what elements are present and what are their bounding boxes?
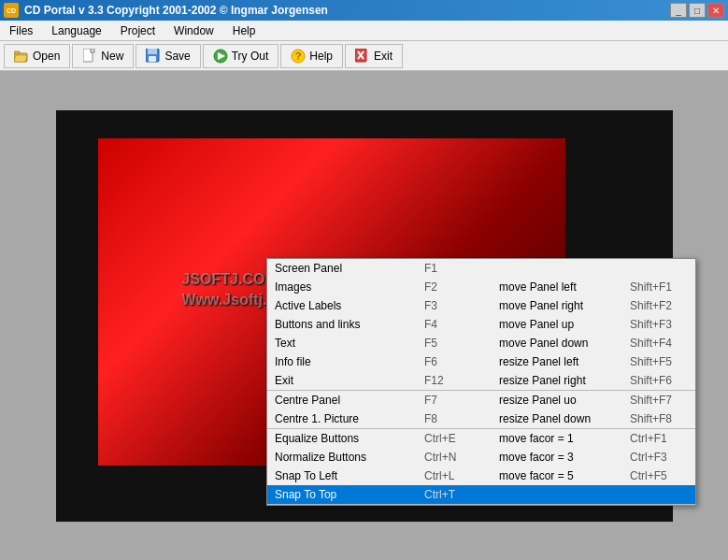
- cm-centre-panel-label: Centre Panel: [275, 394, 424, 407]
- cm-snap-to-left[interactable]: Snap To Left Ctrl+L move facor = 5 Ctrl+…: [267, 467, 695, 485]
- minimize-button[interactable]: _: [670, 3, 687, 18]
- tryout-icon: [213, 49, 228, 64]
- cm-images-right: move Panel left: [499, 280, 630, 294]
- cm-equalize-buttons-shortcut: Ctrl+E: [424, 432, 499, 445]
- cm-equalize-buttons-label: Equalize Buttons: [275, 432, 424, 445]
- cm-snap-to-left-shortcut: Ctrl+L: [424, 469, 499, 482]
- cm-centre-panel-right: resize Panel uo: [499, 394, 630, 407]
- cm-images-right-sc: Shift+F1: [630, 280, 695, 294]
- cm-exit-right: resize Panel right: [499, 374, 630, 387]
- cm-centre-picture-right: resize Panel down: [499, 412, 630, 425]
- exit-label: Exit: [374, 50, 393, 63]
- cm-buttons-links-right-sc: Shift+F3: [630, 318, 695, 331]
- open-label: Open: [33, 50, 60, 63]
- tryout-label: Try Out: [232, 50, 269, 63]
- cm-snap-to-top-shortcut: Ctrl+T: [424, 488, 499, 501]
- tryout-button[interactable]: Try Out: [203, 44, 279, 68]
- cm-screen-panel-shortcut: F1: [424, 262, 499, 275]
- cm-normalize-buttons-right-sc: Ctrl+F3: [630, 451, 695, 464]
- svg-rect-9: [148, 49, 157, 54]
- cm-centre-picture[interactable]: Centre 1. Picture F8 resize Panel down S…: [267, 409, 695, 428]
- cm-buttons-links[interactable]: Buttons and links F4 move Panel up Shift…: [267, 315, 695, 334]
- new-button[interactable]: New: [72, 44, 134, 68]
- cm-text[interactable]: Text F5 move Panel down Shift+F4: [267, 334, 695, 352]
- window-controls[interactable]: _ □ ✕: [670, 3, 724, 18]
- context-menu-section-3: Equalize Buttons Ctrl+E move facor = 1 C…: [267, 429, 695, 505]
- menu-help[interactable]: Help: [223, 21, 265, 40]
- cm-snap-to-top-label: Snap To Top: [275, 488, 424, 501]
- cm-exit-shortcut: F12: [424, 374, 499, 387]
- save-label: Save: [164, 50, 190, 63]
- open-button[interactable]: Open: [4, 44, 70, 68]
- cm-exit[interactable]: Exit F12 resize Panel right Shift+F6: [267, 371, 695, 390]
- toolbar: Open New Save Try Out: [0, 41, 728, 71]
- cm-buttons-links-label: Buttons and links: [275, 318, 424, 331]
- cm-info-file-right: resize Panel left: [499, 355, 630, 368]
- svg-text:CD: CD: [7, 7, 16, 14]
- cm-info-file-shortcut: F6: [424, 355, 499, 368]
- save-icon: [146, 49, 161, 64]
- cm-images[interactable]: Images F2 move Panel left Shift+F1: [267, 278, 695, 296]
- cm-centre-panel-right-sc: Shift+F7: [630, 394, 695, 407]
- cm-images-shortcut: F2: [424, 280, 499, 294]
- svg-marker-4: [14, 55, 27, 62]
- context-menu-section-2: Centre Panel F7 resize Panel uo Shift+F7…: [267, 391, 695, 429]
- cm-normalize-buttons[interactable]: Normalize Buttons Ctrl+N move facor = 3 …: [267, 448, 695, 467]
- cm-centre-picture-label: Centre 1. Picture: [275, 412, 424, 425]
- cm-snap-to-left-right: move facor = 5: [499, 469, 630, 482]
- cm-centre-panel[interactable]: Centre Panel F7 resize Panel uo Shift+F7: [267, 391, 695, 409]
- cm-equalize-buttons-right-sc: Ctrl+F1: [630, 432, 695, 445]
- cm-centre-picture-right-sc: Shift+F8: [630, 412, 695, 425]
- context-menu: Screen Panel F1 Images F2 move Panel lef…: [266, 258, 696, 506]
- title-bar-left: CD CD Portal v 3.3 Copyright 2001-2002 ©…: [4, 3, 328, 18]
- help-button[interactable]: ? Help: [280, 44, 343, 68]
- cm-text-shortcut: F5: [424, 337, 499, 350]
- cm-text-right-sc: Shift+F4: [630, 337, 695, 350]
- close-button[interactable]: ✕: [707, 3, 724, 18]
- menu-project[interactable]: Project: [111, 21, 164, 40]
- svg-text:?: ?: [295, 50, 302, 62]
- cm-normalize-buttons-shortcut: Ctrl+N: [424, 451, 499, 464]
- maximize-button[interactable]: □: [689, 3, 706, 18]
- cm-info-file-right-sc: Shift+F5: [630, 355, 695, 368]
- window-title: CD Portal v 3.3 Copyright 2001-2002 © In…: [24, 4, 328, 17]
- new-label: New: [101, 50, 123, 63]
- cm-exit-right-sc: Shift+F6: [630, 374, 695, 387]
- cm-info-file[interactable]: Info file F6 resize Panel left Shift+F5: [267, 352, 695, 371]
- svg-rect-7: [91, 49, 94, 52]
- menu-files[interactable]: Files: [0, 21, 42, 40]
- help-label: Help: [309, 50, 333, 63]
- cm-active-labels-right-sc: Shift+F2: [630, 299, 695, 312]
- menu-bar: Files Language Project Window Help: [0, 21, 728, 41]
- cm-active-labels-shortcut: F3: [424, 299, 499, 312]
- exit-icon: [355, 49, 370, 64]
- cm-text-label: Text: [275, 337, 424, 350]
- cm-centre-panel-shortcut: F7: [424, 394, 499, 407]
- exit-button[interactable]: Exit: [345, 44, 403, 68]
- cm-normalize-buttons-right: move facor = 3: [499, 451, 630, 464]
- context-menu-section-1: Screen Panel F1 Images F2 move Panel lef…: [267, 259, 695, 391]
- cm-screen-panel-label: Screen Panel: [275, 262, 424, 275]
- svg-rect-3: [14, 51, 20, 54]
- menu-window[interactable]: Window: [164, 21, 223, 40]
- cm-active-labels-label: Active Labels: [275, 299, 424, 312]
- cm-snap-to-left-label: Snap To Left: [275, 469, 424, 482]
- cm-text-right: move Panel down: [499, 337, 630, 350]
- cm-equalize-buttons[interactable]: Equalize Buttons Ctrl+E move facor = 1 C…: [267, 429, 695, 448]
- cm-exit-label: Exit: [275, 374, 424, 387]
- cm-active-labels-right: move Panel right: [499, 299, 630, 312]
- help-icon: ?: [291, 49, 306, 64]
- open-icon: [14, 49, 29, 64]
- cm-snap-to-left-right-sc: Ctrl+F5: [630, 469, 695, 482]
- new-icon: [82, 49, 97, 64]
- save-button[interactable]: Save: [136, 44, 200, 68]
- cm-active-labels[interactable]: Active Labels F3 move Panel right Shift+…: [267, 296, 695, 315]
- cm-snap-to-top[interactable]: Snap To Top Ctrl+T: [267, 485, 695, 504]
- menu-language[interactable]: Language: [42, 21, 110, 40]
- cm-centre-picture-shortcut: F8: [424, 412, 499, 425]
- svg-rect-10: [149, 56, 156, 62]
- app-icon: CD: [4, 3, 19, 18]
- title-bar: CD CD Portal v 3.3 Copyright 2001-2002 ©…: [0, 0, 728, 21]
- cm-screen-panel[interactable]: Screen Panel F1: [267, 259, 695, 278]
- cm-buttons-links-shortcut: F4: [424, 318, 499, 331]
